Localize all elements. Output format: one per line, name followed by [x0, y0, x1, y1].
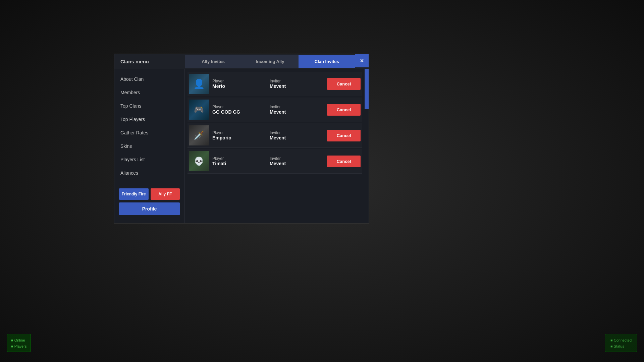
dialog-body: About Clan Members Top Clans Top Players…	[114, 69, 369, 223]
player-label: Player	[212, 79, 266, 83]
tab-incoming-ally[interactable]: Incoming Ally	[241, 55, 298, 68]
content-area: Player Merto Inviter Mevent Cancel Playe…	[185, 69, 369, 223]
inviter-label: Inviter	[270, 105, 324, 109]
bottom-right-line1: ■ Connected	[610, 338, 632, 342]
inviter-name: Mevent	[270, 161, 324, 166]
tabs-area: Ally Invites Incoming Ally Clan Invites	[185, 55, 355, 68]
bottom-left-line1: ■ Online	[11, 338, 25, 342]
close-button[interactable]: ×	[355, 54, 369, 67]
sidebar-item-about-clan[interactable]: About Clan	[114, 72, 184, 86]
dialog-header: Clans menu Ally Invites Incoming Ally Cl…	[114, 54, 369, 69]
invite-row: Player GG GOD GG Inviter Mevent Cancel	[187, 98, 362, 122]
bottom-left-widget: ■ Online ■ Players	[7, 334, 31, 352]
player-label: Player	[212, 130, 266, 135]
tab-ally-invites[interactable]: Ally Invites	[185, 55, 241, 68]
tab-clan-invites[interactable]: Clan Invites	[299, 55, 355, 68]
inviter-info: Inviter Mevent	[270, 79, 324, 89]
player-name: Emporio	[212, 135, 266, 140]
invite-row: Player Timati Inviter Mevent Cancel	[187, 149, 362, 174]
inviter-info: Inviter Mevent	[270, 156, 324, 166]
invite-row: Player Merto Inviter Mevent Cancel	[187, 72, 362, 96]
inviter-name: Mevent	[270, 135, 324, 140]
sidebar-item-members[interactable]: Members	[114, 86, 184, 99]
profile-button[interactable]: Profile	[119, 202, 180, 215]
player-info: Player GG GOD GG	[212, 105, 266, 115]
sidebar-item-players-list[interactable]: Players List	[114, 153, 184, 166]
sidebar-item-top-clans[interactable]: Top Clans	[114, 99, 184, 113]
avatar	[189, 151, 209, 171]
cancel-button[interactable]: Cancel	[327, 156, 361, 167]
player-name: GG GOD GG	[212, 109, 266, 115]
cancel-button[interactable]: Cancel	[327, 104, 361, 116]
avatar	[189, 74, 209, 94]
clans-dialog: Clans menu Ally Invites Incoming Ally Cl…	[114, 54, 369, 224]
friendly-fire-button[interactable]: Friendly Fire	[119, 188, 149, 200]
player-label: Player	[212, 156, 266, 161]
sidebar-item-gather-rates[interactable]: Gather Rates	[114, 126, 184, 139]
inviter-info: Inviter Mevent	[270, 130, 324, 140]
sidebar: About Clan Members Top Clans Top Players…	[114, 69, 185, 223]
player-name: Merto	[212, 83, 266, 89]
inviter-name: Mevent	[270, 83, 324, 89]
invite-list: Player Merto Inviter Mevent Cancel Playe…	[185, 69, 369, 176]
ally-ff-button[interactable]: Ally FF	[151, 188, 180, 200]
sidebar-item-aliances[interactable]: Aliances	[114, 166, 184, 180]
inviter-name: Mevent	[270, 109, 324, 115]
scrollbar-thumb[interactable]	[365, 69, 369, 109]
inviter-label: Inviter	[270, 130, 324, 135]
player-label: Player	[212, 105, 266, 109]
invite-row: Player Emporio Inviter Mevent Cancel	[187, 123, 362, 148]
bottom-right-widget: ■ Connected ■ Status	[605, 334, 637, 352]
bottom-right-line2: ■ Status	[610, 344, 624, 348]
inviter-info: Inviter Mevent	[270, 105, 324, 115]
avatar	[189, 125, 209, 145]
player-name: Timati	[212, 161, 266, 166]
sidebar-item-top-players[interactable]: Top Players	[114, 113, 184, 126]
bottom-left-line2: ■ Players	[11, 344, 26, 348]
scrollbar-track[interactable]	[365, 69, 369, 223]
inviter-label: Inviter	[270, 156, 324, 161]
sidebar-item-skins[interactable]: Skins	[114, 139, 184, 153]
clans-menu-title: Clans menu	[114, 54, 185, 69]
player-info: Player Timati	[212, 156, 266, 166]
player-info: Player Merto	[212, 79, 266, 89]
sidebar-buttons: Friendly Fire Ally FF	[114, 184, 184, 202]
cancel-button[interactable]: Cancel	[327, 130, 361, 141]
avatar	[189, 100, 209, 120]
inviter-label: Inviter	[270, 79, 324, 83]
player-info: Player Emporio	[212, 130, 266, 140]
cancel-button[interactable]: Cancel	[327, 78, 361, 90]
